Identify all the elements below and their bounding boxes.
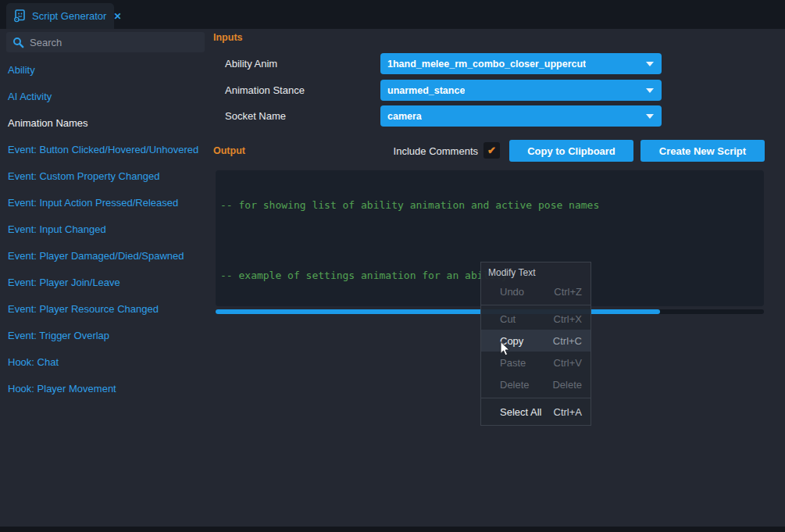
window-bottom-edge bbox=[0, 527, 785, 532]
socket-name-value: camera bbox=[387, 111, 422, 122]
menu-item-copy[interactable]: Copy Ctrl+C bbox=[481, 330, 591, 352]
create-new-script-button[interactable]: Create New Script bbox=[640, 140, 765, 162]
ability-anim-label: Ability Anim bbox=[225, 53, 277, 74]
menu-item-delete[interactable]: Delete Delete bbox=[481, 373, 591, 395]
sidebar-item-animation-names[interactable]: Animation Names bbox=[0, 109, 205, 136]
context-menu-title: Modify Text bbox=[481, 265, 591, 280]
shortcut-label: Ctrl+A bbox=[554, 406, 582, 418]
horizontal-scrollbar-thumb[interactable] bbox=[216, 309, 660, 314]
shortcut-label: Ctrl+C bbox=[553, 335, 582, 347]
tab-close-icon[interactable]: ✕ bbox=[113, 11, 121, 22]
tab-title: Script Generator bbox=[32, 10, 106, 22]
shortcut-label: Ctrl+Z bbox=[554, 286, 582, 298]
shortcut-label: Ctrl+V bbox=[554, 357, 582, 369]
animation-stance-dropdown[interactable]: unarmed_stance bbox=[380, 80, 662, 101]
sidebar-item-event-player-join[interactable]: Event: Player Join/Leave bbox=[0, 269, 205, 295]
sidebar-item-hook-player-movement[interactable]: Hook: Player Movement bbox=[0, 375, 205, 402]
code-line bbox=[220, 234, 764, 246]
sidebar-item-event-custom-property[interactable]: Event: Custom Property Changed bbox=[0, 162, 205, 189]
sidebar-item-event-input-action[interactable]: Event: Input Action Pressed/Released bbox=[0, 189, 205, 216]
socket-name-label: Socket Name bbox=[225, 105, 286, 127]
sidebar-item-event-player-damaged[interactable]: Event: Player Damaged/Died/Spawned bbox=[0, 242, 205, 269]
shortcut-label: Ctrl+X bbox=[554, 313, 582, 325]
check-icon: ✔ bbox=[487, 145, 496, 155]
sidebar-item-ability[interactable]: Ability bbox=[0, 56, 205, 83]
script-generator-window: Script Generator ✕ Search Ability AI Act… bbox=[0, 0, 785, 532]
menu-separator bbox=[481, 398, 591, 398]
modify-text-context-menu: Modify Text Undo Ctrl+Z Cut Ctrl+X Copy … bbox=[480, 262, 591, 426]
animation-stance-value: unarmed_stance bbox=[387, 85, 465, 96]
output-heading: Output bbox=[213, 145, 245, 156]
sidebar-item-event-player-resource[interactable]: Event: Player Resource Changed bbox=[0, 295, 205, 322]
copy-to-clipboard-button[interactable]: Copy to Clipboard bbox=[509, 140, 633, 162]
inputs-heading: Inputs bbox=[213, 32, 243, 43]
sidebar-item-event-button[interactable]: Event: Button Clicked/Hovered/Unhovered bbox=[0, 136, 205, 162]
code-line: -- for showing list of ability animation… bbox=[220, 199, 764, 211]
tab-script-generator[interactable]: Script Generator ✕ bbox=[6, 3, 114, 29]
sidebar-item-hook-chat[interactable]: Hook: Chat bbox=[0, 348, 205, 375]
include-comments-label: Include Comments bbox=[367, 145, 478, 157]
search-placeholder: Search bbox=[30, 37, 62, 48]
include-comments-checkbox[interactable]: ✔ bbox=[483, 142, 500, 159]
shortcut-label: Delete bbox=[552, 379, 582, 391]
ability-anim-dropdown[interactable]: 1hand_melee_rm_combo_closer_uppercut bbox=[380, 53, 662, 74]
menu-item-cut[interactable]: Cut Ctrl+X bbox=[481, 308, 591, 330]
menu-item-select-all[interactable]: Select All Ctrl+A bbox=[481, 401, 591, 423]
chevron-down-icon bbox=[646, 88, 654, 93]
menu-separator bbox=[481, 305, 591, 305]
chevron-down-icon bbox=[646, 114, 654, 119]
script-template-list: Ability AI Activity Animation Names Even… bbox=[0, 56, 205, 402]
sidebar-item-event-trigger-overlap[interactable]: Event: Trigger Overlap bbox=[0, 322, 205, 348]
sidebar-item-ai-activity[interactable]: AI Activity bbox=[0, 83, 205, 109]
menu-item-undo[interactable]: Undo Ctrl+Z bbox=[481, 280, 591, 302]
sidebar-item-event-input-changed[interactable]: Event: Input Changed bbox=[0, 216, 205, 242]
search-input[interactable]: Search bbox=[6, 32, 205, 52]
animation-stance-label: Animation Stance bbox=[225, 80, 305, 101]
chevron-down-icon bbox=[646, 62, 654, 66]
menu-item-paste[interactable]: Paste Ctrl+V bbox=[481, 352, 591, 373]
script-generator-icon bbox=[13, 9, 27, 23]
socket-name-dropdown[interactable]: camera bbox=[380, 105, 662, 127]
search-icon bbox=[12, 37, 24, 48]
ability-anim-value: 1hand_melee_rm_combo_closer_uppercut bbox=[387, 59, 586, 70]
tab-bar: Script Generator ✕ bbox=[0, 0, 785, 29]
